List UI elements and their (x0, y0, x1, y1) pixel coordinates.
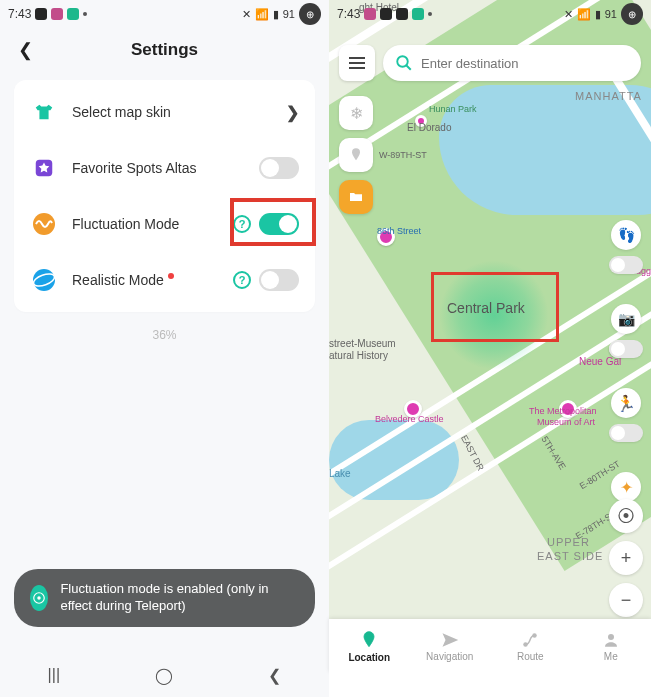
search-box[interactable] (383, 45, 641, 81)
row-label: Select map skin (72, 104, 286, 120)
svg-point-8 (367, 634, 371, 638)
gesture-bar (329, 673, 651, 697)
settings-pane: 7:43 ✕ 📶 ▮ 91 ⊕ ❮ Settings Select map sk… (0, 0, 329, 697)
tab-location[interactable]: Location (329, 619, 410, 673)
minus-icon: − (621, 590, 632, 611)
layer-toggle-2[interactable] (609, 340, 643, 358)
toast: Fluctuation mode is enabled (only in eff… (14, 569, 315, 627)
run-badge[interactable]: 🏃 (611, 388, 641, 418)
route-icon (521, 631, 539, 649)
star-badge[interactable]: ✦ (611, 472, 641, 502)
wifi-icon: 📶 (577, 8, 591, 21)
wifi-icon: 📶 (255, 8, 269, 21)
nav-icon (441, 631, 459, 649)
map-label: street-Museum (329, 338, 396, 349)
person-icon (602, 631, 620, 649)
row-fluctuation-mode[interactable]: Fluctuation Mode ? (14, 196, 315, 252)
destination-input[interactable] (421, 56, 629, 71)
tab-label: Navigation (426, 651, 473, 662)
android-navbar: ||| ◯ ❮ (0, 653, 329, 697)
back-button[interactable]: ❮ (18, 39, 33, 61)
toast-text: Fluctuation mode is enabled (only in eff… (60, 581, 299, 615)
signal-icon: ▮ (595, 8, 601, 21)
bottom-nav: Location Navigation Route Me (329, 619, 651, 673)
page-title: Settings (131, 40, 198, 60)
layer-toggle-1[interactable] (609, 256, 643, 274)
zoom-column: ⦿ + − (609, 499, 643, 617)
tab-route[interactable]: Route (490, 619, 571, 673)
tab-navigation[interactable]: Navigation (410, 619, 491, 673)
pin-button[interactable] (339, 138, 373, 172)
more-icon (428, 12, 432, 16)
back-nav-button[interactable]: ❮ (268, 666, 281, 685)
wave-icon (30, 210, 58, 238)
status-bar: 7:43 ✕ 📶 ▮ 91 ⊕ (0, 0, 329, 28)
tab-label: Location (348, 652, 390, 663)
settings-header: ❮ Settings (0, 28, 329, 72)
recent-button[interactable]: ||| (48, 666, 60, 684)
cam-badge[interactable]: 📷 (611, 304, 641, 334)
right-tool-column: 👣 📷 🏃 ✦ (609, 220, 643, 502)
svg-point-5 (37, 596, 41, 600)
home-button[interactable]: ◯ (155, 666, 173, 685)
svg-line-7 (406, 65, 411, 70)
tab-me[interactable]: Me (571, 619, 652, 673)
layer-toggle-3[interactable] (609, 424, 643, 442)
location-icon (359, 630, 379, 650)
app-icon (51, 8, 63, 20)
zoom-in-button[interactable]: + (609, 541, 643, 575)
map-label: Belvedere Castle (375, 414, 444, 424)
folder-button[interactable] (339, 180, 373, 214)
left-tool-column: ❄ (339, 96, 373, 214)
whatsapp-icon (67, 8, 79, 20)
status-time: 7:43 (8, 7, 31, 21)
map-label: EAST SIDE (537, 550, 603, 562)
help-icon[interactable]: ? (233, 215, 251, 233)
svg-point-6 (397, 56, 408, 67)
map-pane: ght Hotel MANHATTA Hunan Park El Dorado … (329, 0, 651, 697)
tab-label: Route (517, 651, 544, 662)
favorite-toggle[interactable] (259, 157, 299, 179)
folder-icon (348, 189, 364, 205)
photo-icon (380, 8, 392, 20)
battery-pct: 91 (605, 8, 617, 20)
row-favorite-spots[interactable]: Favorite Spots Altas (14, 140, 315, 196)
map-label: W-89TH-ST (379, 150, 427, 160)
target-icon (30, 585, 48, 611)
app-icon (396, 8, 408, 20)
new-dot-icon (168, 273, 174, 279)
realistic-toggle[interactable] (259, 269, 299, 291)
row-label: Favorite Spots Altas (72, 160, 259, 176)
whatsapp-icon (412, 8, 424, 20)
loc-icon (364, 8, 376, 20)
plus-icon: + (621, 548, 632, 569)
fluctuation-toggle[interactable] (259, 213, 299, 235)
map-label: Lake (329, 468, 351, 479)
map-canvas[interactable]: ght Hotel MANHATTA Hunan Park El Dorado … (329, 0, 651, 697)
photo-icon (35, 8, 47, 20)
signal-icon: ▮ (273, 8, 279, 21)
mute-icon: ✕ (564, 8, 573, 21)
row-label: Realistic Mode (72, 272, 233, 288)
hamburger-icon (349, 62, 365, 64)
zoom-out-button[interactable]: − (609, 583, 643, 617)
snow-button[interactable]: ❄ (339, 96, 373, 130)
mute-icon: ✕ (242, 8, 251, 21)
battery-pct: 91 (283, 8, 295, 20)
map-label: Museum of Art (537, 417, 595, 427)
row-select-map-skin[interactable]: Select map skin ❯ (14, 84, 315, 140)
settings-card: Select map skin ❯ Favorite Spots Altas F… (14, 80, 315, 312)
status-pill-icon: ⊕ (621, 3, 643, 25)
map-label: MANHATTA (575, 90, 642, 102)
runner-icon: 🏃 (616, 394, 636, 413)
map-label: El Dorado (407, 122, 451, 133)
help-icon[interactable]: ? (233, 271, 251, 289)
camera-icon: 📷 (618, 311, 635, 327)
status-pill-icon: ⊕ (299, 3, 321, 25)
menu-button[interactable] (339, 45, 375, 81)
locate-button[interactable]: ⦿ (609, 499, 643, 533)
shirt-icon (30, 98, 58, 126)
chevron-right-icon: ❯ (286, 103, 299, 122)
row-realistic-mode[interactable]: Realistic Mode ? (14, 252, 315, 308)
feet-badge[interactable]: 👣 (611, 220, 641, 250)
